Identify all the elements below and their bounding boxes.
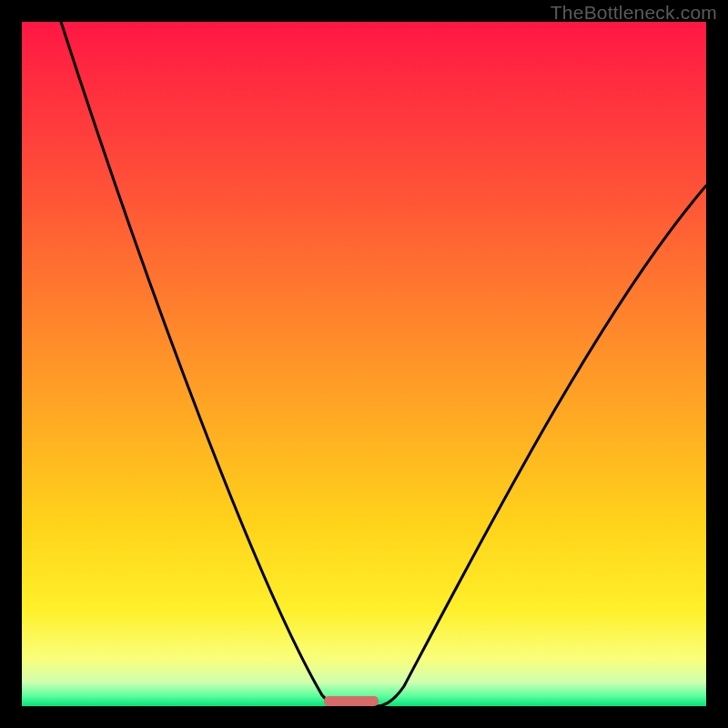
optimal-range-marker: [324, 696, 379, 706]
plot-area: [22, 22, 706, 706]
watermark-text: TheBottleneck.com: [551, 2, 717, 24]
curve-path: [61, 22, 706, 706]
bottleneck-curve: [22, 22, 706, 706]
chart-frame: TheBottleneck.com: [0, 0, 728, 728]
